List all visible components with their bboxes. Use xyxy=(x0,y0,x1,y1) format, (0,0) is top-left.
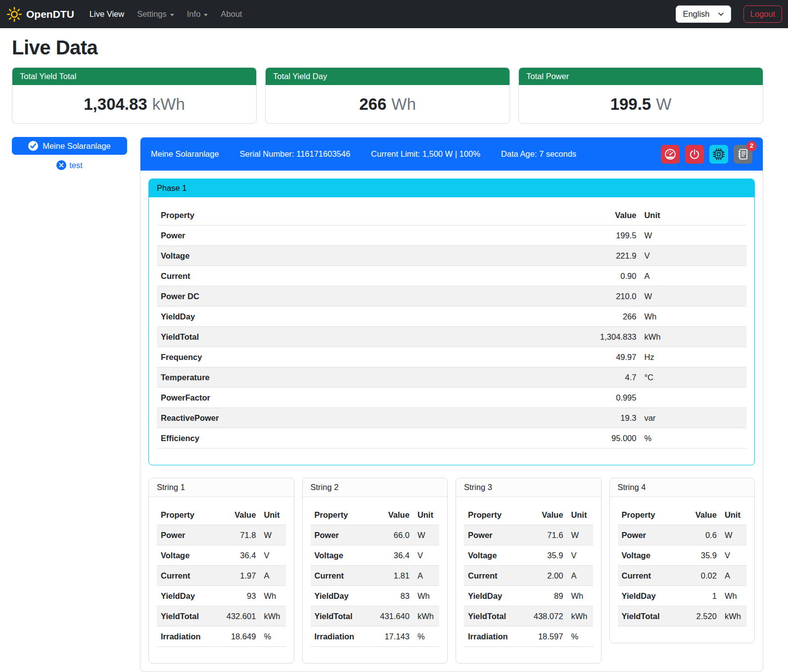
table-row: Voltage 35.9 V xyxy=(464,545,593,566)
nav-links: Live View Settings Info About xyxy=(83,5,249,23)
string-card-title: String 1 xyxy=(149,478,294,497)
card-value: 266 xyxy=(359,95,386,114)
card-value: 1,304.83 xyxy=(84,95,147,114)
event-count-badge: 2 xyxy=(746,141,757,151)
table-header-row: Property Value Unit xyxy=(157,205,746,225)
table-row: YieldDay 266 Wh xyxy=(157,307,746,327)
inverter-serial: Serial Number: 116171603546 xyxy=(240,149,351,159)
table-row: Power 66.0 W xyxy=(311,525,440,545)
table-row: ReactivePower 19.3 var xyxy=(157,408,746,428)
string-3-table: Property Value Unit Power xyxy=(464,505,593,647)
string-1-card: String 1 Property Value Unit xyxy=(148,478,294,664)
caret-down-icon xyxy=(170,14,174,16)
caret-down-icon xyxy=(204,14,208,16)
table-row: YieldDay 83 Wh xyxy=(311,586,440,606)
inverter-limit: Current Limit: 1,500 W | 100% xyxy=(371,149,480,159)
inverter-panel-header: Meine Solaranlage Serial Number: 1161716… xyxy=(140,137,763,171)
summary-cards-row: Total Yield Total 1,304.83 kWh Total Yie… xyxy=(12,67,763,124)
table-row: YieldTotal 438.072 kWh xyxy=(464,606,593,627)
sidebar-item-label: Meine Solaranlage xyxy=(43,141,111,151)
card-title: Total Power xyxy=(519,68,763,85)
check-circle-icon xyxy=(28,141,38,151)
string-1-table: Property Value Unit Power xyxy=(157,505,286,647)
nav-item-live-view[interactable]: Live View xyxy=(83,5,131,23)
table-row: YieldTotal 2.520 kWh xyxy=(618,606,747,627)
column-value: Value xyxy=(569,205,640,225)
table-row: Current 1.97 A xyxy=(157,566,286,586)
table-row: Efficiency 95.000 % xyxy=(157,428,746,448)
main-container: Live Data Total Yield Total 1,304.83 kWh… xyxy=(0,28,788,672)
cpu-icon xyxy=(713,148,725,160)
table-row: Voltage 35.9 V xyxy=(618,545,747,566)
event-log-button[interactable]: 2 xyxy=(734,145,752,164)
power-settings-button[interactable] xyxy=(685,145,704,164)
inverter-sidebar: Meine Solaranlage test xyxy=(12,137,127,170)
string-2-table: Property Value Unit Power xyxy=(311,505,440,647)
inverter-actions: 2 xyxy=(661,145,752,164)
card-unit: kWh xyxy=(152,95,185,114)
language-select[interactable]: English xyxy=(676,5,731,23)
table-header-row: Property Value Unit xyxy=(157,505,286,525)
power-icon xyxy=(689,148,700,160)
table-row: Irradiation 18.649 % xyxy=(157,627,286,647)
table-row: YieldTotal 432.601 kWh xyxy=(157,606,286,627)
table-row: YieldTotal 1,304.833 kWh xyxy=(157,327,746,347)
string-card-title: String 3 xyxy=(456,478,601,497)
table-row: Power 71.8 W xyxy=(157,525,286,545)
table-row: Irradiation 18.597 % xyxy=(464,627,593,647)
string-3-card: String 3 Property Value Unit xyxy=(456,478,602,664)
sun-icon xyxy=(7,7,22,22)
radio-stats-button[interactable] xyxy=(709,145,728,164)
card-title: Total Yield Total xyxy=(12,68,256,85)
table-row: Power DC 210.0 W xyxy=(157,286,746,307)
phase-table: Property Value Unit Power xyxy=(157,205,746,448)
brand-label: OpenDTU xyxy=(26,8,74,20)
table-row: YieldDay 1 Wh xyxy=(618,586,747,606)
total-yield-day-card: Total Yield Day 266 Wh xyxy=(265,67,510,124)
table-row: Temperature 4.7 °C xyxy=(157,367,746,388)
string-2-card: String 2 Property Value Unit xyxy=(302,478,448,664)
table-row: Irradiation 17.143 % xyxy=(311,627,440,647)
table-row: Frequency 49.97 Hz xyxy=(157,347,746,367)
nav-item-settings[interactable]: Settings xyxy=(131,5,181,23)
page-title: Live Data xyxy=(12,37,763,59)
table-row: Voltage 36.4 V xyxy=(311,545,440,566)
table-row: Power 199.5 W xyxy=(157,225,746,246)
phase-card-title: Phase 1 xyxy=(149,179,754,197)
table-row: Power 0.6 W xyxy=(618,525,747,545)
strings-row: String 1 Property Value Unit xyxy=(148,478,755,664)
sidebar-item-meine-solaranlage[interactable]: Meine Solaranlage xyxy=(12,137,127,155)
column-unit: Unit xyxy=(640,205,746,225)
brand-link[interactable]: OpenDTU xyxy=(7,7,74,22)
card-unit: Wh xyxy=(391,95,416,114)
string-card-title: String 2 xyxy=(303,478,448,497)
table-row: YieldDay 89 Wh xyxy=(464,586,593,606)
table-row: YieldTotal 431.640 kWh xyxy=(311,606,440,627)
limit-settings-button[interactable] xyxy=(661,145,680,164)
journal-text-icon xyxy=(737,148,749,160)
table-row: YieldDay 93 Wh xyxy=(157,586,286,606)
nav-item-about[interactable]: About xyxy=(214,5,248,23)
card-title: Total Yield Day xyxy=(266,68,510,85)
total-power-card: Total Power 199.5 W xyxy=(518,67,763,124)
inverter-data-age: Data Age: 7 seconds xyxy=(501,149,576,159)
table-row: Current 0.02 A xyxy=(618,566,747,586)
table-row: Current 1.81 A xyxy=(311,566,440,586)
table-row: Current 0.90 A xyxy=(157,266,746,286)
navbar-right: English Logout xyxy=(676,5,782,23)
table-row: Voltage 36.4 V xyxy=(157,545,286,566)
sidebar-item-label: test xyxy=(69,161,83,170)
nav-item-info[interactable]: Info xyxy=(181,5,215,23)
chevron-down-icon xyxy=(718,11,724,17)
table-header-row: Property Value Unit xyxy=(311,505,440,525)
inverter-panel: Meine Solaranlage Serial Number: 1161716… xyxy=(140,137,763,672)
string-card-title: String 4 xyxy=(610,478,755,497)
logout-button[interactable]: Logout xyxy=(743,5,782,23)
table-row: Voltage 221.9 V xyxy=(157,246,746,266)
sidebar-item-test[interactable]: test xyxy=(56,160,83,170)
total-yield-total-card: Total Yield Total 1,304.83 kWh xyxy=(12,67,257,124)
table-header-row: Property Value Unit xyxy=(464,505,593,525)
string-4-card: String 4 Property Value Unit xyxy=(609,478,755,643)
inverter-panel-body: Phase 1 Property Value Unit xyxy=(140,171,763,672)
phase-1-card: Phase 1 Property Value Unit xyxy=(148,179,755,465)
